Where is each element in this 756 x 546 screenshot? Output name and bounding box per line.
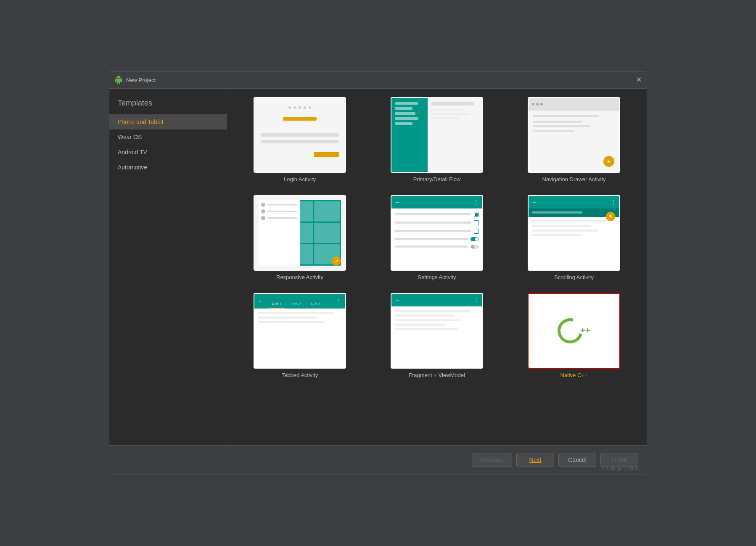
- title-bar: New Project ✕: [109, 72, 647, 89]
- android-icon: [114, 76, 123, 84]
- next-button[interactable]: Next: [516, 453, 554, 467]
- template-label-fragment: Fragment + ViewModel: [409, 372, 465, 378]
- close-button[interactable]: ✕: [636, 76, 642, 83]
- sidebar-item-android-tv[interactable]: Android TV: [109, 145, 227, 160]
- finish-button[interactable]: Finish: [600, 453, 638, 467]
- template-preview-settings: ← ⋮: [391, 195, 483, 271]
- sidebar: Templates Phone and Tablet Wear OS Andro…: [109, 89, 227, 445]
- dialog-body: Templates Phone and Tablet Wear OS Andro…: [109, 89, 647, 445]
- new-project-dialog: New Project ✕ Templates Phone and Tablet…: [109, 71, 647, 475]
- template-preview-scrolling-act: ← ⋮: [528, 195, 620, 271]
- previous-button[interactable]: Previous: [472, 453, 512, 467]
- template-scrolling-activity[interactable]: ← ⋮: [514, 195, 634, 280]
- sidebar-item-automotive[interactable]: Automotive: [109, 160, 227, 175]
- template-label-settings: Settings Activity: [418, 274, 456, 280]
- dialog-footer: Previous Next Cancel Finish CSDN @_-CHEN…: [109, 445, 647, 475]
- title-bar-left: New Project: [114, 76, 156, 84]
- template-preview-nav: +: [528, 97, 620, 173]
- template-label-login: Login Activity: [284, 176, 316, 182]
- sidebar-item-phone-tablet[interactable]: Phone and Tablet: [109, 114, 227, 129]
- template-preview-tabbed: ← TAB 1 TAB 2 TAB 3 ⋮: [254, 293, 346, 369]
- sidebar-item-wear-os[interactable]: Wear OS: [109, 129, 227, 145]
- template-preview-cpp: ++: [528, 293, 620, 369]
- cancel-button[interactable]: Cancel: [558, 453, 596, 467]
- template-label-primary: Primary/Detail Flow: [413, 176, 461, 182]
- dialog-title: New Project: [126, 77, 156, 83]
- template-tabbed[interactable]: ← TAB 1 TAB 2 TAB 3 ⋮: [240, 293, 360, 378]
- watermark: CSDN @_-CHEN-: [602, 466, 640, 471]
- template-label-cpp: Native C++: [560, 372, 587, 378]
- template-preview-login: [254, 97, 346, 173]
- template-preview-primary: [391, 97, 483, 173]
- template-preview-fragment: ← ⋮: [391, 293, 483, 369]
- template-responsive[interactable]: ↗ Responsive Activity: [240, 195, 360, 280]
- template-settings[interactable]: ← ⋮: [377, 195, 497, 280]
- template-native-cpp[interactable]: ++ Native C++: [514, 293, 634, 378]
- templates-grid: Login Activity: [227, 89, 647, 445]
- content-area: Login Activity: [227, 89, 647, 445]
- template-label-nav: Navigation Drawer Activity: [542, 176, 606, 182]
- template-login-activity[interactable]: Login Activity: [240, 97, 360, 182]
- template-preview-responsive: ↗: [254, 195, 346, 271]
- sidebar-title: Templates: [109, 95, 227, 114]
- template-label-scrolling: Scrolling Activity: [554, 274, 594, 280]
- template-primary-detail[interactable]: Primary/Detail Flow: [377, 97, 497, 182]
- template-navigation-drawer[interactable]: + Navigation Drawer Activity: [514, 97, 634, 182]
- template-label-tabbed: Tabbed Activity: [282, 372, 318, 378]
- template-label-responsive: Responsive Activity: [276, 274, 323, 280]
- template-fragment-viewmodel[interactable]: ← ⋮ Fragment + ViewM: [377, 293, 497, 378]
